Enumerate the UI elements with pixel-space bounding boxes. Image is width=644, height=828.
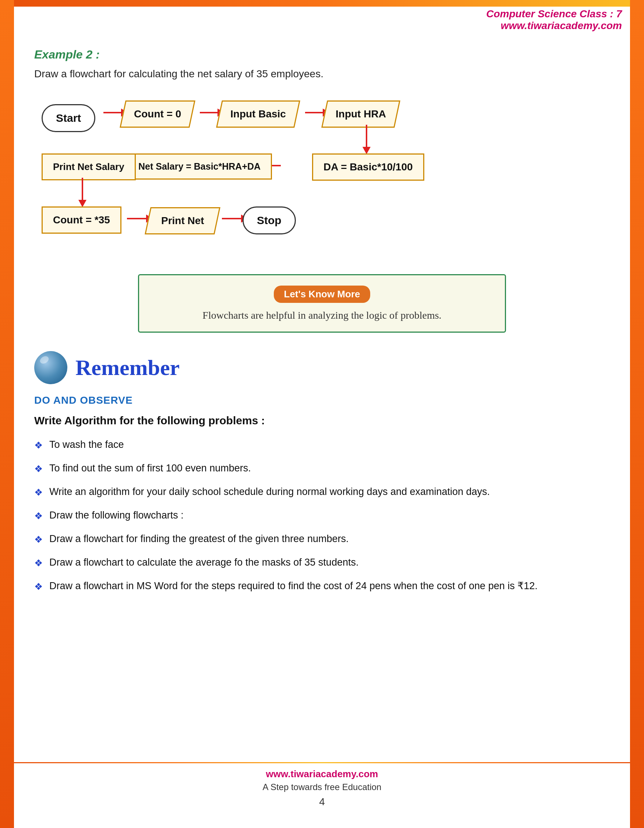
fc-arr-down1	[362, 125, 371, 154]
fc-da: DA = Basic*10/100	[312, 154, 424, 181]
input-hra-node: Input HRA	[321, 100, 400, 128]
left-decoration	[0, 0, 14, 828]
fc-inputbasic: Input Basic	[219, 100, 297, 128]
list-item: ❖ Draw a flowchart in MS Word for the st…	[34, 579, 610, 594]
list-item: ❖ To wash the face	[34, 437, 610, 453]
fc-count0: Count = 0	[122, 100, 193, 128]
footer-divider	[14, 762, 630, 763]
bullet-icon: ❖	[34, 580, 43, 594]
footer: www.tiwariacademy.com A Step towards fre…	[14, 762, 630, 808]
remember-bubble-icon	[34, 351, 67, 384]
page-number: 4	[14, 796, 630, 808]
fc-count35: Count = *35	[42, 207, 121, 234]
know-more-badge: Let's Know More	[274, 285, 371, 303]
bullet-icon: ❖	[34, 462, 43, 476]
fc-printnet: Print Net	[147, 207, 218, 234]
arrow-down-inputhra-da	[362, 125, 371, 154]
list-text-6: Draw a flowchart to calculate the averag…	[49, 555, 610, 570]
list-item: ❖ Draw the following flowcharts :	[34, 508, 610, 523]
da-node: DA = Basic*10/100	[312, 154, 424, 181]
write-algorithm-title: Write Algorithm for the following proble…	[34, 414, 610, 427]
bullet-icon: ❖	[34, 485, 43, 500]
right-decoration	[630, 0, 644, 828]
example-title: Example 2 :	[34, 48, 610, 61]
net-salary-node: Net Salary = Basic*HRA+DA	[127, 154, 272, 180]
print-net-node: Print Net	[145, 207, 221, 234]
fc-start: Start	[42, 104, 95, 132]
count35-node: Count = *35	[42, 207, 121, 234]
do-and-observe-heading: DO AND OBSERVE	[34, 395, 610, 406]
list-text-5: Draw a flowchart for finding the greates…	[49, 532, 610, 546]
arrow-down-line	[82, 178, 83, 200]
know-more-text: Flowcharts are helpful in analyzing the …	[161, 309, 483, 321]
list-item: ❖ Draw a flowchart to calculate the aver…	[34, 555, 610, 571]
list-container: ❖ To wash the face ❖ To find out the sum…	[34, 437, 610, 594]
arrow-down-line	[366, 125, 367, 147]
footer-url: www.tiwariacademy.com	[14, 768, 630, 780]
example-description: Draw a flowchart for calculating the net…	[34, 68, 610, 80]
count0-node: Count = 0	[120, 100, 196, 128]
list-item: ❖ To find out the sum of first 100 even …	[34, 461, 610, 476]
start-node: Start	[42, 104, 95, 132]
list-text-3: Write an algorithm for your daily school…	[49, 484, 610, 499]
list-text-4: Draw the following flowcharts :	[49, 508, 610, 523]
bullet-icon: ❖	[34, 556, 43, 571]
arrow-line	[103, 112, 121, 113]
bullet-icon: ❖	[34, 533, 43, 547]
fc-printnetsalary: Print Net Salary	[42, 154, 136, 180]
arrow-line	[305, 112, 323, 113]
footer-tagline: A Step towards free Education	[14, 782, 630, 792]
fc-arr-down2	[78, 178, 86, 207]
arrow-down-head	[78, 200, 86, 207]
arrow-down-printnetsalary-count35	[78, 178, 86, 207]
input-basic-node: Input Basic	[216, 100, 300, 128]
arrow-down-head	[362, 147, 371, 154]
arrow-line	[222, 218, 241, 220]
fc-inputhra: Input HRA	[324, 100, 398, 128]
fc-stop: Stop	[243, 207, 296, 234]
flowchart: Start Count = 0 Input Basic	[34, 94, 608, 263]
remember-section: Remember	[34, 351, 610, 384]
arrow-line	[127, 218, 146, 220]
bullet-icon: ❖	[34, 509, 43, 523]
list-item: ❖ Draw a flowchart for finding the great…	[34, 532, 610, 547]
remember-title: Remember	[75, 355, 180, 381]
list-text-2: To find out the sum of first 100 even nu…	[49, 461, 610, 476]
stop-node: Stop	[243, 207, 296, 234]
bullet-icon: ❖	[34, 438, 43, 453]
fc-netsalary: Net Salary = Basic*HRA+DA	[127, 154, 272, 180]
list-text-7: Draw a flowchart in MS Word for the step…	[49, 579, 610, 594]
print-net-salary-node: Print Net Salary	[42, 154, 136, 180]
list-item: ❖ Write an algorithm for your daily scho…	[34, 484, 610, 500]
know-more-box: Let's Know More Flowcharts are helpful i…	[138, 274, 506, 332]
arrow-line	[200, 112, 218, 113]
list-text-1: To wash the face	[49, 437, 610, 452]
main-content: Example 2 : Draw a flowchart for calcula…	[14, 0, 630, 609]
